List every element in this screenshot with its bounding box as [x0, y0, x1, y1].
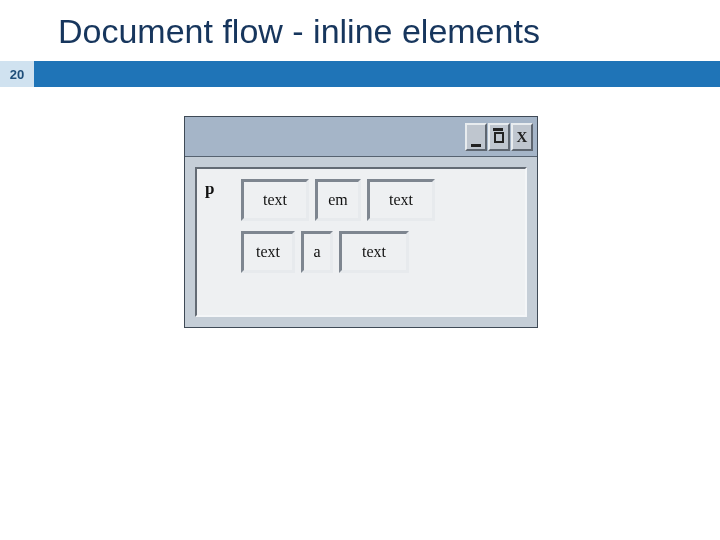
close-icon: X	[517, 129, 528, 146]
window-client-area: p text em text text a text	[195, 167, 527, 317]
inline-box-text: text	[241, 231, 295, 273]
inline-box-a: a	[301, 231, 333, 273]
window-frame: X p text em text text a text	[184, 116, 538, 328]
window-titlebar: X	[185, 117, 537, 157]
restore-icon	[494, 132, 504, 143]
inline-row-1: text em text	[241, 179, 435, 221]
inline-box-text: text	[339, 231, 409, 273]
restore-button[interactable]	[488, 123, 510, 151]
slide-banner: 20	[0, 61, 720, 87]
inline-box-text: text	[367, 179, 435, 221]
slide-title: Document flow - inline elements	[0, 0, 720, 61]
minimize-button[interactable]	[465, 123, 487, 151]
paragraph-label: p	[205, 179, 214, 199]
window-buttons: X	[465, 123, 533, 151]
minimize-icon	[471, 144, 481, 147]
inline-row-2: text a text	[241, 231, 409, 273]
page-number: 20	[0, 61, 34, 87]
inline-box-text: text	[241, 179, 309, 221]
inline-box-em: em	[315, 179, 361, 221]
close-button[interactable]: X	[511, 123, 533, 151]
